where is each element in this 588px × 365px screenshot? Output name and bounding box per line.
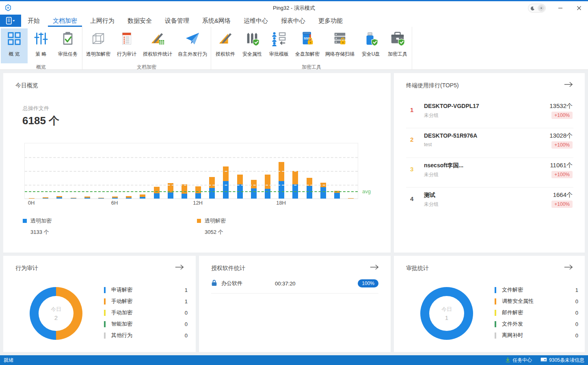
legend-color-bar [104,333,106,339]
donut-value: 2 [54,314,58,321]
bar-segment-encrypt [251,188,257,199]
x-axis-tick-label: 12H [193,200,203,206]
legend-label: 邮件解密 [502,309,575,316]
ribbon-button[interactable]: 授权软件统计 [140,28,175,63]
briefcase-shield-icon [390,30,405,48]
bar-segment-encrypt [279,181,284,199]
arrow-right-icon[interactable] [564,81,573,89]
window-title: Ping32 - 演示模式 [0,4,588,12]
top5-row[interactable]: 3nsecsoft李国...未分组11061个+100% [406,158,573,188]
arrow-right-icon[interactable] [370,264,379,271]
terminal-count: 13532个 [549,102,573,110]
ribbon-button[interactable]: 授权软件 [212,28,239,63]
ribbon-button[interactable]: 行为审计 [113,28,140,63]
arrow-right-icon[interactable] [564,264,573,271]
legend-color-bar [104,298,106,305]
terminal-group: 未分组 [424,201,439,208]
tab-5[interactable]: 设备管理 [158,15,196,27]
ribbon-button[interactable]: 加密工具 [384,28,411,63]
terminal-name: 测试 [424,192,435,199]
donut-legend-row: 手动解密1 [104,296,188,307]
bar-segment-encrypt [334,193,340,199]
top5-row[interactable]: 4测试未分组1664个+100% [406,187,573,217]
terminal-name: DESKTOP-VGDPL17 [424,103,479,109]
theme-toggle[interactable] [528,4,546,13]
ribbon-group-label: 文档加密 [83,63,210,71]
tab-6[interactable]: 系统&网络 [196,15,237,27]
ribbon-button[interactable]: 自主外发行为 [175,28,210,63]
bar-segment-encrypt [209,188,215,199]
dark-mode-moon-icon[interactable] [529,4,536,12]
tab-1[interactable]: 开始 [21,15,46,27]
statusbar-item[interactable]: 9305条未读信息 [540,357,584,364]
minimize-button[interactable] [555,3,566,13]
top5-row[interactable]: 1DESKTOP-VGDPL17未分组13532个+100% [406,98,573,128]
delta-badge: +100% [551,112,573,119]
cube-icon [91,30,106,48]
light-mode-sun-icon[interactable] [538,4,545,12]
ribbon-button[interactable]: SSD全盘加解密 [292,28,322,63]
ribbon-button-label: 安全属性 [242,51,262,58]
approval-stats-card: 审批统计 今日 1 文件解密1调整安全属性0邮件解密0文件外发0离网补时0 [394,256,585,352]
statusbar-item[interactable]: 任务中心 [505,357,532,364]
ribbon-button[interactable]: 概 览 [1,28,28,63]
bar-segment-decrypt [223,166,229,181]
lock-icon [211,279,217,288]
close-button[interactable] [573,3,585,13]
stacked-bar [348,198,354,199]
ribbon-group-label: 加密工具 [212,63,411,71]
software-row[interactable]: 办公软件00:37:20100% [211,278,378,289]
ribbon-group: 透明加解密行为审计授权软件统计自主外发行为文档加密 [82,27,211,69]
ribbon-button[interactable]: 策 略 [28,28,54,63]
donut-legend-row: 邮件解密0 [495,307,578,318]
tab-9[interactable]: 更多功能 [312,15,349,27]
legend-label: 调整安全属性 [502,298,575,305]
behavior-audit-card: 行为审计 今日 2 申请解密1手动解密1手动加密0智能加密0其他行为0 [3,256,196,352]
ribbon-button[interactable]: 审批任务 [54,28,81,63]
overview-grid-icon [6,30,22,48]
ribbon-button-label: 策 略 [35,51,46,58]
delta-badge: +100% [551,171,573,178]
tab-2[interactable]: 文档加密 [46,15,84,27]
divider [211,293,378,294]
ribbon-button[interactable]: 审批模板 [266,28,292,63]
ribbon-button[interactable]: 安全U盘 [357,28,384,63]
app-menu-button[interactable] [0,15,21,27]
stacked-bar [84,197,90,199]
ribbon-button[interactable]: 安全属性 [239,28,266,63]
ribbon-group-label: 概览 [1,63,81,71]
bar-segment-encrypt [112,198,118,199]
tab-3[interactable]: 上网行为 [84,15,121,27]
tab-8[interactable]: 报表中心 [275,15,312,27]
stacked-bar [265,175,270,199]
avg-line-label: avg [362,188,371,194]
legend-label: 文件解密 [502,286,575,294]
gridline [25,185,358,186]
stacked-bar [71,198,76,199]
ribbon-button-label: 行为审计 [117,51,136,58]
arrow-right-icon[interactable] [175,264,184,271]
stacked-bar [251,180,257,199]
donut-legend-row: 智能加密0 [104,318,188,330]
total-files-label: 总操作文件 [23,105,49,112]
approval-legend: 文件解密1调整安全属性0邮件解密0文件外发0离网补时0 [495,284,578,341]
ruler-pencil-table-icon [150,30,165,48]
ribbon-group: 概 览策 略审批任务概览 [0,27,82,69]
ribbon-button[interactable]: 网络存储扫描 [322,28,357,63]
tab-4[interactable]: 数据安全 [121,15,158,27]
app-window: Ping32 - 演示模式 开始文档加密上网行为数据安全设备管理系统&网络运维中… [0,0,588,365]
download-icon [505,357,510,364]
tab-7[interactable]: 运维中心 [237,15,275,27]
bar-segment-encrypt [43,198,48,199]
bar-segment-encrypt [154,193,160,199]
ribbon-button-label: 安全U盘 [362,51,380,58]
server-lock-icon [332,30,348,48]
ribbon-button-label: 透明加解密 [86,51,110,58]
software-percent-badge: 100% [358,279,378,287]
legend-value: 1 [575,287,578,293]
donut-legend-row: 其他行为0 [104,330,188,341]
bar-segment-encrypt [168,192,173,199]
legend-color-bar [495,298,496,305]
ribbon-button[interactable]: 透明加解密 [83,28,113,63]
top5-row[interactable]: 2DESKTOP-51R976Atest13028个+100% [406,128,573,158]
